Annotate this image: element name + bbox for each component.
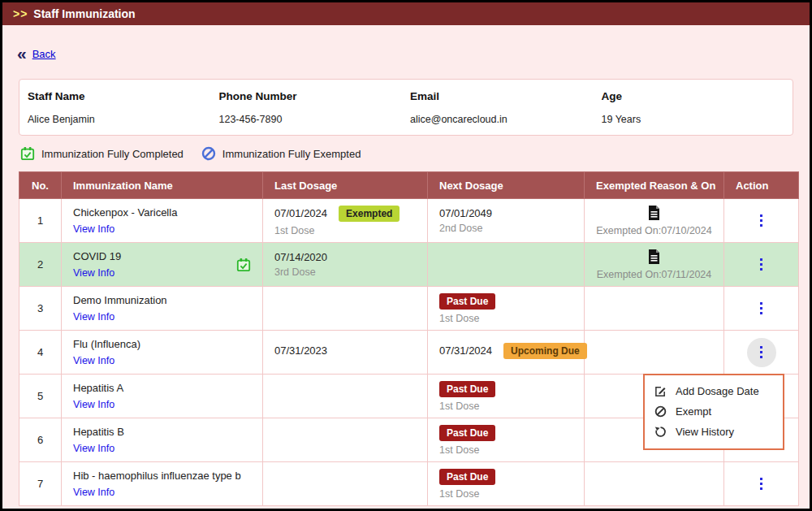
action-cell bbox=[724, 462, 799, 506]
table-header-row: No. Immunization Name Last Dosage Next D… bbox=[19, 172, 799, 199]
immunization-name: Flu (Influenca) bbox=[73, 339, 140, 349]
exempted-reason-cell: Exempted On:07/10/2024 bbox=[585, 199, 724, 243]
view-info-link[interactable]: View Info bbox=[73, 487, 114, 498]
history-icon bbox=[654, 426, 667, 438]
last-dosage-cell bbox=[263, 287, 428, 331]
next-dosage-badge: Past Due bbox=[439, 381, 495, 397]
last-dosage-badge: Exempted bbox=[339, 206, 400, 222]
row-number: 7 bbox=[19, 462, 62, 506]
next-dosage-dose: 1st Dose bbox=[439, 401, 577, 412]
menu-item-add-dosage-date[interactable]: Add Dosage Date bbox=[645, 381, 783, 401]
calendar-check-icon bbox=[20, 146, 35, 161]
view-info-link[interactable]: View Info bbox=[73, 223, 114, 235]
row-actions-button[interactable] bbox=[747, 206, 776, 236]
legend-item-completed: Immunization Fully Completed bbox=[20, 146, 184, 161]
kebab-icon bbox=[760, 214, 762, 227]
immunization-name-cell: Chickenpox - Varicella View Info bbox=[62, 199, 263, 243]
table-row: 7 Hib - haemophilus influenzae type b Vi… bbox=[19, 462, 799, 506]
immunization-table-wrap: No. Immunization Name Last Dosage Next D… bbox=[19, 171, 793, 506]
immunization-name: Hepatitis B bbox=[73, 427, 124, 437]
document-icon bbox=[648, 249, 660, 265]
legend: Immunization Fully Completed Immunizatio… bbox=[20, 146, 810, 161]
exempted-reason-cell bbox=[585, 462, 724, 506]
menu-item-exempt[interactable]: Exempt bbox=[645, 401, 783, 422]
view-info-link[interactable]: View Info bbox=[73, 355, 114, 366]
double-left-chevron-icon: « bbox=[17, 47, 27, 60]
staff-field-name: Staff Name Alice Benjamin bbox=[28, 90, 219, 135]
action-cell bbox=[724, 331, 799, 375]
next-dosage-badge: Past Due bbox=[439, 425, 495, 441]
last-dosage-date: 07/31/2023 bbox=[274, 344, 327, 357]
back-button[interactable]: Back bbox=[32, 48, 56, 60]
field-label: Email bbox=[410, 90, 595, 102]
last-dosage-cell bbox=[263, 418, 428, 462]
kebab-icon bbox=[760, 346, 762, 358]
table-row: 2 COVID 19 View Info 07/14/2020 3r bbox=[19, 243, 799, 287]
immunization-table-body: 1 Chickenpox - Varicella View Info 07/01… bbox=[19, 199, 799, 506]
document-icon bbox=[648, 206, 660, 221]
next-dosage-dose: 2nd Dose bbox=[439, 223, 577, 234]
immunization-name-cell: Demo Immunization View Info bbox=[62, 287, 263, 331]
view-info-link[interactable]: View Info bbox=[73, 267, 114, 279]
exempted-on-text: Exempted On:07/11/2024 bbox=[588, 269, 720, 280]
field-label: Staff Name bbox=[28, 90, 213, 102]
column-header-no: No. bbox=[19, 172, 62, 199]
kebab-icon bbox=[760, 302, 762, 314]
field-value: alice@oncarecloud.in bbox=[410, 114, 595, 125]
field-value: 123-456-7890 bbox=[219, 114, 404, 125]
immunization-name: COVID 19 bbox=[73, 251, 121, 262]
immunization-name: Demo Immunization bbox=[73, 295, 167, 305]
field-label: Age bbox=[602, 90, 787, 102]
table-row: 4 Flu (Influenca) View Info 07/31/2023 bbox=[19, 331, 799, 375]
last-dosage-date: 07/14/2020 bbox=[274, 251, 327, 263]
field-value: Alice Benjamin bbox=[28, 114, 213, 125]
staff-info-card: Staff Name Alice Benjamin Phone Number 1… bbox=[19, 79, 793, 136]
table-row: 3 Demo Immunization View Info bbox=[19, 287, 799, 331]
view-info-link[interactable]: View Info bbox=[73, 399, 114, 410]
next-dosage-cell bbox=[428, 243, 585, 287]
next-dosage-cell: Past Due 1st Dose bbox=[428, 462, 585, 506]
menu-item-view-history[interactable]: View History bbox=[645, 422, 783, 442]
kebab-icon bbox=[760, 258, 762, 271]
row-actions-button[interactable] bbox=[747, 250, 776, 279]
header-prefix: >> bbox=[13, 7, 28, 20]
menu-item-label: Exempt bbox=[676, 405, 711, 418]
column-header-next-dosage: Next Dosage bbox=[428, 172, 585, 199]
context-menu: Add Dosage Date Exempt View History bbox=[643, 374, 784, 450]
page-title: Staff Immunization bbox=[33, 7, 135, 20]
header-bar: >>Staff Immunization bbox=[2, 2, 810, 25]
next-dosage-cell: 07/01/2049 2nd Dose bbox=[428, 199, 585, 243]
last-dosage-dose: 1st Dose bbox=[274, 225, 421, 236]
column-header-last-dosage: Last Dosage bbox=[263, 172, 428, 199]
row-actions-button[interactable] bbox=[747, 338, 776, 367]
back-row: « Back bbox=[17, 47, 810, 60]
column-header-action: Action bbox=[724, 172, 799, 199]
last-dosage-cell bbox=[263, 462, 428, 506]
row-number: 1 bbox=[19, 199, 62, 243]
immunization-name-cell: Hib - haemophilus influenzae type b View… bbox=[62, 462, 263, 506]
calendar-check-icon bbox=[236, 258, 251, 272]
next-dosage-dose: 1st Dose bbox=[439, 313, 577, 324]
staff-field-phone: Phone Number 123-456-7890 bbox=[219, 90, 411, 135]
staff-field-age: Age 19 Years bbox=[602, 90, 793, 135]
immunization-name-cell: Hepatitis B View Info bbox=[62, 418, 263, 462]
view-info-link[interactable]: View Info bbox=[73, 311, 114, 323]
row-actions-button[interactable] bbox=[747, 294, 776, 323]
exempted-reason-cell bbox=[585, 287, 724, 331]
last-dosage-cell bbox=[263, 375, 428, 418]
immunization-name: Hib - haemophilus influenzae type b bbox=[73, 470, 241, 481]
row-actions-button[interactable] bbox=[747, 470, 776, 499]
field-label: Phone Number bbox=[219, 90, 404, 102]
next-dosage-badge: Upcoming Due bbox=[503, 343, 587, 359]
immunization-table: No. Immunization Name Last Dosage Next D… bbox=[19, 171, 799, 506]
next-dosage-dose: 1st Dose bbox=[439, 488, 577, 500]
action-cell bbox=[724, 287, 799, 331]
action-cell bbox=[724, 243, 799, 287]
last-dosage-date: 07/01/2024 bbox=[274, 207, 327, 219]
column-header-immunization-name: Immunization Name bbox=[62, 172, 263, 199]
immunization-name-cell: Flu (Influenca) View Info bbox=[62, 331, 263, 375]
immunization-name: Hepatitis A bbox=[73, 383, 123, 393]
next-dosage-badge: Past Due bbox=[439, 293, 495, 310]
view-info-link[interactable]: View Info bbox=[73, 443, 114, 454]
menu-item-label: Add Dosage Date bbox=[676, 385, 759, 397]
